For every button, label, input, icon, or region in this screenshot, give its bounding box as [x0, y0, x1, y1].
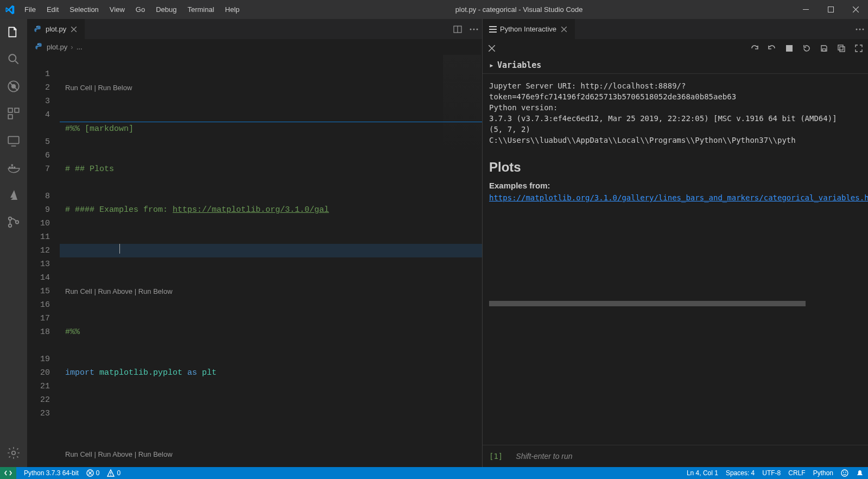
svg-rect-29	[786, 45, 793, 52]
interrupt-icon[interactable]	[783, 42, 795, 54]
docker-icon[interactable]	[6, 160, 21, 175]
svg-rect-5	[8, 108, 12, 112]
feedback-icon[interactable]	[841, 469, 848, 477]
remote-indicator[interactable]	[0, 467, 16, 479]
close-window-button[interactable]	[843, 0, 868, 19]
menu-help[interactable]: Help	[220, 0, 245, 19]
codelens-runcell[interactable]: Run Cell	[65, 287, 92, 295]
activity-bar	[0, 19, 27, 467]
code-area[interactable]: Run Cell | Run Below #%% [markdown] # ##…	[60, 54, 482, 467]
export-icon[interactable]	[835, 42, 847, 54]
codelens-runabove[interactable]: Run Above	[98, 287, 132, 295]
undo-icon[interactable]	[766, 42, 778, 54]
explorer-icon[interactable]	[6, 24, 21, 40]
svg-point-26	[856, 28, 858, 30]
settings-gear-icon[interactable]	[6, 445, 21, 461]
codelens-cell1: Run Cell | Run Below	[60, 81, 482, 94]
examples-link[interactable]: https://matplotlib.org/3.1.0/gallery/lin…	[489, 193, 868, 202]
expand-icon[interactable]	[853, 42, 865, 54]
svg-rect-23	[489, 26, 497, 27]
svg-rect-30	[822, 49, 826, 51]
svg-rect-35	[111, 475, 111, 475]
svg-rect-1	[828, 7, 833, 12]
title-bar: File Edit Selection View Go Debug Termin…	[0, 0, 868, 19]
svg-point-36	[841, 470, 848, 476]
examples-label: Examples from:	[489, 180, 861, 191]
codelens-runbelow[interactable]: Run Below	[138, 287, 173, 295]
editor-tabs: plot.py	[27, 19, 482, 40]
menu-debug[interactable]: Debug	[150, 0, 182, 19]
interactive-toolbar	[483, 40, 868, 57]
maximize-button[interactable]	[818, 0, 843, 19]
close-tab-icon[interactable]	[560, 25, 568, 34]
server-message: Jupyter Server URI: http://localhost:888…	[489, 80, 861, 146]
menu-file[interactable]: File	[19, 0, 41, 19]
problems-warnings[interactable]: 0	[107, 469, 121, 477]
cursor-line[interactable]	[60, 244, 482, 257]
azure-icon[interactable]	[6, 187, 21, 203]
svg-point-37	[843, 472, 844, 473]
editor-right-interactive: Python Interactive ▸ Variables	[483, 19, 868, 467]
close-tab-icon[interactable]	[69, 25, 78, 34]
menu-selection[interactable]: Selection	[64, 0, 104, 19]
indentation[interactable]: Spaces: 4	[726, 469, 755, 477]
cursor-position[interactable]: Ln 4, Col 1	[687, 469, 718, 477]
codelens-runcell[interactable]: Run Cell	[65, 450, 92, 458]
output-heading: Plots	[489, 162, 861, 173]
problems-errors[interactable]: 0	[86, 469, 100, 477]
svg-rect-32	[840, 47, 845, 52]
codelens-runabove[interactable]: Run Above	[98, 450, 132, 458]
save-icon[interactable]	[818, 42, 830, 54]
status-bar: Python 3.7.3 64-bit 0 0 Ln 4, Col 1 Spac…	[0, 467, 868, 479]
language-mode[interactable]: Python	[813, 469, 833, 477]
tab-plot-py[interactable]: plot.py	[27, 19, 85, 39]
eol[interactable]: CRLF	[788, 469, 805, 477]
notifications-icon[interactable]	[856, 469, 864, 477]
code-editor[interactable]: 1 2 3 4 5 6 7 8 9 10 11 12 13 14 15	[27, 54, 482, 467]
extensions-icon[interactable]	[6, 106, 21, 121]
python-file-icon	[34, 25, 42, 34]
python-file-icon	[35, 42, 43, 51]
menu-edit[interactable]: Edit	[41, 0, 64, 19]
svg-rect-0	[803, 9, 809, 10]
vscode-logo	[0, 5, 19, 15]
split-editor-icon[interactable]	[449, 19, 466, 39]
debug-disabled-icon[interactable]	[6, 79, 21, 94]
horizontal-scrollbar[interactable]	[489, 301, 861, 306]
variables-label: Variables	[497, 60, 541, 70]
interactive-input[interactable]: [1] Shift-enter to run	[483, 445, 868, 467]
svg-point-13	[9, 217, 11, 220]
chevron-right-icon: ▸	[489, 60, 494, 70]
menu-view[interactable]: View	[104, 0, 130, 19]
breadcrumb[interactable]: plot.py › ...	[27, 40, 482, 54]
svg-rect-12	[11, 165, 13, 166]
cell-number: [1]	[489, 452, 503, 461]
menu-terminal[interactable]: Terminal	[182, 0, 219, 19]
more-actions-icon[interactable]	[852, 19, 868, 39]
codelens-runbelow[interactable]: Run Below	[98, 84, 132, 92]
codelens-cell3: Run Cell | Run Above | Run Below	[60, 448, 482, 461]
restart-icon[interactable]	[801, 42, 813, 54]
svg-rect-6	[15, 108, 19, 112]
variables-section[interactable]: ▸ Variables	[483, 57, 868, 74]
svg-point-28	[863, 28, 864, 30]
remote-explorer-icon[interactable]	[6, 133, 21, 148]
interactive-output[interactable]: Jupyter Server URI: http://localhost:888…	[483, 74, 868, 445]
svg-point-2	[9, 54, 16, 61]
codelens-runcell[interactable]: Run Cell	[65, 84, 92, 92]
source-control-icon[interactable]	[6, 215, 21, 230]
redo-icon[interactable]	[749, 42, 761, 54]
codelens-runbelow[interactable]: Run Below	[138, 450, 173, 458]
tab-python-interactive[interactable]: Python Interactive	[483, 19, 575, 39]
more-actions-icon[interactable]	[466, 19, 482, 39]
menu-go[interactable]: Go	[130, 0, 150, 19]
search-icon[interactable]	[6, 52, 21, 67]
minimize-button[interactable]	[793, 0, 818, 19]
encoding[interactable]: UTF-8	[762, 469, 781, 477]
tab-label: Python Interactive	[500, 25, 556, 33]
chevron-right-icon: ›	[71, 43, 73, 51]
cancel-icon[interactable]	[486, 42, 498, 54]
svg-rect-25	[489, 31, 497, 33]
python-env[interactable]: Python 3.7.3 64-bit	[24, 469, 79, 477]
svg-point-27	[859, 28, 861, 30]
